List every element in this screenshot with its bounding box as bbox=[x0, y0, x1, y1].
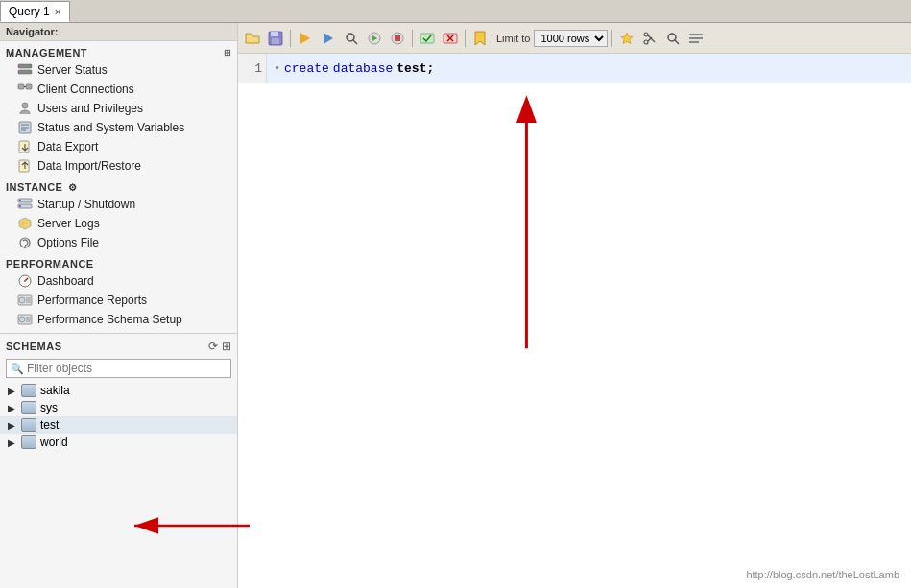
schema-arrow-test: ▶ bbox=[8, 420, 17, 431]
schema-item-world[interactable]: ▶ world bbox=[0, 434, 237, 451]
code-content[interactable]: • create database test; bbox=[267, 54, 911, 83]
db-icon-test bbox=[21, 418, 36, 432]
svg-point-20 bbox=[24, 247, 26, 249]
query-tab-label: Query 1 bbox=[9, 5, 50, 18]
svg-rect-12 bbox=[19, 141, 29, 153]
limit-box: Limit to 1000 rows 500 rows 100 rows bbox=[496, 30, 608, 47]
server-status-icon bbox=[17, 62, 33, 78]
sidebar-item-server-logs[interactable]: ! Server Logs bbox=[0, 214, 237, 233]
svg-point-7 bbox=[22, 103, 28, 108]
svg-point-3 bbox=[29, 71, 31, 73]
line-dot: • bbox=[275, 63, 280, 74]
schemas-expand-icon[interactable]: ⊞ bbox=[222, 340, 231, 353]
save-button[interactable] bbox=[265, 28, 286, 49]
limit-label: Limit to bbox=[496, 33, 530, 44]
commit-button[interactable] bbox=[417, 28, 438, 49]
schema-arrow-sys: ▶ bbox=[8, 403, 17, 413]
sidebar-item-users-privileges[interactable]: Users and Privileges bbox=[0, 99, 237, 118]
annotation-area: 1 • create database test; bbox=[238, 54, 911, 588]
svg-rect-13 bbox=[19, 160, 29, 172]
bookmark-button[interactable] bbox=[469, 28, 491, 49]
keyword-create: create bbox=[284, 61, 329, 76]
sidebar-item-perf-reports[interactable]: Performance Reports bbox=[0, 291, 237, 310]
search-button[interactable] bbox=[341, 28, 362, 49]
query-tab[interactable]: Query 1 ✕ bbox=[0, 1, 70, 22]
identifier-test: test; bbox=[396, 61, 434, 76]
db-icon-world bbox=[21, 435, 36, 449]
app-container: Query 1 ✕ Navigator: MANAGEMENT ⊞ Server bbox=[0, 0, 911, 588]
search-icon: 🔍 bbox=[11, 363, 24, 375]
client-connections-icon bbox=[17, 82, 33, 97]
users-privileges-label: Users and Privileges bbox=[37, 102, 143, 115]
schema-item-sys[interactable]: ▶ sys bbox=[0, 399, 237, 416]
scissors-button[interactable] bbox=[639, 28, 660, 49]
startup-label: Startup / Shutdown bbox=[37, 198, 135, 211]
data-import-label: Data Import/Restore bbox=[37, 159, 141, 173]
execute-button[interactable] bbox=[295, 28, 316, 49]
schemas-actions: ⟳ ⊞ bbox=[208, 340, 231, 353]
perf-schema-label: Performance Schema Setup bbox=[37, 313, 182, 326]
sidebar-title: Navigator: bbox=[6, 26, 58, 37]
open-file-button[interactable] bbox=[242, 28, 263, 49]
schema-arrow-sakila: ▶ bbox=[8, 386, 17, 396]
sidebar-item-options-file[interactable]: Options File bbox=[0, 233, 237, 252]
sidebar-item-status-vars[interactable]: Status and System Variables bbox=[0, 118, 237, 137]
users-icon bbox=[17, 101, 33, 116]
sidebar-item-client-connections[interactable]: Client Connections bbox=[0, 80, 237, 99]
schema-label-sys: sys bbox=[40, 401, 58, 414]
sidebar-item-data-import[interactable]: Data Import/Restore bbox=[0, 156, 237, 176]
svg-point-24 bbox=[19, 297, 25, 303]
svg-point-38 bbox=[347, 34, 354, 41]
rollback-button[interactable] bbox=[440, 28, 461, 49]
svg-point-48 bbox=[644, 40, 648, 44]
line-numbers: 1 bbox=[238, 54, 267, 83]
format-button[interactable] bbox=[685, 28, 707, 49]
filter-input[interactable] bbox=[27, 362, 227, 375]
server-logs-icon: ! bbox=[17, 216, 33, 231]
schema-label-sakila: sakila bbox=[40, 384, 70, 397]
sidebar-item-startup-shutdown[interactable]: Startup / Shutdown bbox=[0, 195, 237, 214]
toolbar: Limit to 1000 rows 500 rows 100 rows bbox=[238, 23, 911, 54]
data-export-icon bbox=[17, 139, 33, 154]
toolbar-separator-4 bbox=[611, 30, 612, 47]
sidebar-content: MANAGEMENT ⊞ Server Status Client Connec… bbox=[0, 41, 237, 588]
svg-rect-34 bbox=[271, 32, 278, 36]
server-status-label: Server Status bbox=[37, 63, 108, 77]
svg-marker-37 bbox=[324, 33, 333, 44]
sidebar-item-server-status[interactable]: Server Status bbox=[0, 60, 237, 80]
svg-point-17 bbox=[19, 205, 21, 207]
svg-rect-4 bbox=[18, 84, 24, 89]
data-export-label: Data Export bbox=[37, 140, 98, 153]
star-button[interactable] bbox=[616, 28, 637, 49]
tab-bar: Query 1 ✕ bbox=[0, 0, 911, 23]
svg-point-2 bbox=[29, 65, 31, 67]
search2-button[interactable] bbox=[662, 28, 683, 49]
management-section-header: MANAGEMENT ⊞ bbox=[0, 41, 237, 60]
limit-select[interactable]: 1000 rows 500 rows 100 rows bbox=[534, 30, 608, 47]
query-button[interactable] bbox=[318, 28, 339, 49]
sidebar-item-perf-schema[interactable]: Performance Schema Setup bbox=[0, 310, 237, 329]
svg-point-29 bbox=[19, 317, 25, 322]
stop-button[interactable] bbox=[387, 28, 408, 49]
dashboard-label: Dashboard bbox=[37, 274, 94, 288]
svg-marker-46 bbox=[621, 33, 633, 44]
sidebar-item-data-export[interactable]: Data Export bbox=[0, 137, 237, 156]
schemas-refresh-icon[interactable]: ⟳ bbox=[208, 340, 218, 353]
watermark: http://blog.csdn.net/theLostLamb bbox=[746, 569, 899, 580]
schema-item-test[interactable]: ▶ test bbox=[0, 416, 237, 434]
annotation-arrow bbox=[238, 54, 911, 588]
status-vars-icon bbox=[17, 120, 33, 135]
run-button[interactable] bbox=[364, 28, 385, 49]
dashboard-icon bbox=[17, 273, 33, 289]
svg-line-39 bbox=[353, 40, 357, 44]
schema-item-sakila[interactable]: ▶ sakila bbox=[0, 382, 237, 399]
sidebar-item-dashboard[interactable]: Dashboard bbox=[0, 271, 237, 291]
svg-rect-54 bbox=[689, 37, 703, 39]
svg-rect-44 bbox=[420, 34, 434, 43]
startup-icon bbox=[17, 197, 33, 212]
svg-point-51 bbox=[668, 34, 676, 41]
line-number-1: 1 bbox=[242, 61, 262, 76]
tab-close-icon[interactable]: ✕ bbox=[54, 7, 61, 17]
svg-point-16 bbox=[19, 200, 21, 201]
schema-arrow-world: ▶ bbox=[8, 437, 17, 448]
